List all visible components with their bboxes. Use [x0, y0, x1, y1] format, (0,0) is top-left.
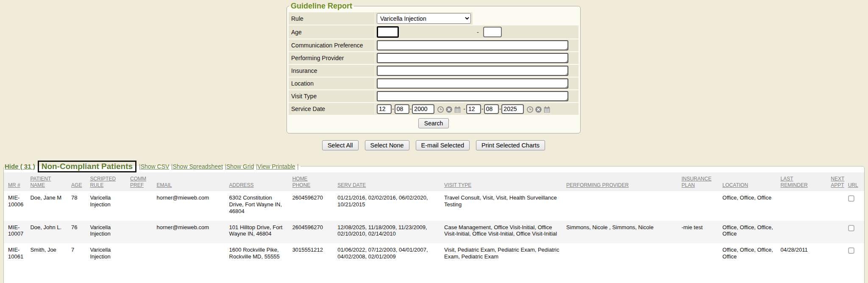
- view-printable-link[interactable]: View Printable: [257, 163, 295, 170]
- column-header-url[interactable]: URL: [848, 172, 864, 191]
- column-header-line: EMAIL: [156, 182, 224, 189]
- non-compliant-patients-section: Hide ( 31 ) Non-Compliant Patients |Show…: [3, 161, 865, 283]
- visit-type-input[interactable]: [377, 91, 568, 101]
- insurance-label: Insurance: [289, 65, 375, 77]
- column-header-next[interactable]: NEXTAPPT: [831, 172, 848, 191]
- print-selected-charts-button[interactable]: Print Selected Charts: [476, 140, 545, 150]
- select-patient-checkbox[interactable]: [848, 225, 854, 231]
- column-header-last[interactable]: LASTREMINDER: [781, 172, 831, 191]
- communication-preference-input[interactable]: [377, 40, 568, 50]
- column-header-visit[interactable]: VISIT TYPE: [444, 172, 566, 191]
- clear-icon[interactable]: [445, 106, 453, 113]
- patient-row: MIE-10006Doe, Jane M78Varicella Injectio…: [4, 191, 864, 221]
- column-header-comm[interactable]: COMMPREF: [130, 172, 156, 191]
- location-input[interactable]: [377, 78, 568, 89]
- column-header-line: ADDRESS: [229, 182, 287, 189]
- location-row: Location: [289, 78, 579, 89]
- column-header-name[interactable]: PATIENTNAME: [30, 172, 71, 191]
- insurance-row: Insurance: [289, 65, 579, 77]
- service-date-from-month-input[interactable]: [377, 104, 392, 114]
- visit-type-label: Visit Type: [289, 90, 375, 102]
- visit-type-row: Visit Type: [289, 90, 579, 102]
- cell-email: [156, 243, 229, 266]
- communication-preference-row: Communication Preference: [289, 39, 579, 51]
- cell-url: [848, 243, 864, 266]
- rule-row-filler: [473, 12, 579, 25]
- column-header-line: NEXT: [831, 176, 843, 183]
- search-button[interactable]: Search: [418, 118, 449, 128]
- age-from-input[interactable]: [377, 26, 399, 38]
- date-dash: -: [392, 105, 394, 112]
- email-selected-button[interactable]: E-mail Selected: [416, 140, 470, 150]
- cell-location: Office, Office, Office: [723, 191, 781, 221]
- cell-email: horner@mieweb.com: [156, 221, 229, 244]
- show-grid-link[interactable]: Show Grid: [226, 163, 254, 170]
- show-csv-link[interactable]: Show CSV: [141, 163, 170, 170]
- column-header-rule[interactable]: SCRIPTEDRULE: [90, 172, 130, 191]
- cell-age: 78: [71, 191, 90, 221]
- date-dash: -: [410, 105, 412, 112]
- column-header-serv[interactable]: SERV DATE: [337, 172, 444, 191]
- performing-provider-input[interactable]: [377, 53, 568, 63]
- hide-count-link[interactable]: Hide ( 31 ): [5, 163, 35, 170]
- age-row: Age -: [289, 25, 579, 39]
- column-header-provider[interactable]: PERFORMING PROVIDER: [566, 172, 682, 191]
- select-all-button[interactable]: Select All: [322, 140, 359, 150]
- column-header-mr[interactable]: MR #: [4, 172, 30, 191]
- cell-insurance: [682, 191, 723, 221]
- search-row: Search: [289, 116, 579, 130]
- column-header-line: PREF: [130, 182, 151, 189]
- service-date-to-year-input[interactable]: [501, 104, 524, 114]
- service-date-from-day-input[interactable]: [395, 104, 409, 114]
- clock-icon[interactable]: [437, 106, 444, 113]
- insurance-input[interactable]: [377, 66, 568, 76]
- performing-provider-row: Performing Provider: [289, 52, 579, 64]
- show-spreadsheet-link[interactable]: Show Spreadsheet: [172, 163, 223, 170]
- patient-row: MIE-10061Smith, Joe7Varicella Injection1…: [4, 243, 864, 266]
- age-to-input[interactable]: [483, 27, 502, 37]
- select-none-button[interactable]: Select None: [365, 140, 409, 150]
- column-header-insurance[interactable]: INSURANCEPLAN: [682, 172, 723, 191]
- patient-row: MIE-10007Doe, John L.76Varicella Injecti…: [4, 221, 864, 244]
- column-header-line: PLAN: [682, 182, 718, 189]
- select-patient-checkbox[interactable]: [848, 195, 854, 202]
- column-header-line: MR #: [8, 182, 25, 189]
- service-date-from-year-input[interactable]: [412, 104, 434, 114]
- column-header-age[interactable]: AGE: [71, 172, 90, 191]
- calendar-icon[interactable]: [543, 106, 551, 113]
- cell-visit: Case Management, Office Visit-Initial, O…: [444, 221, 566, 244]
- date-dash: -: [499, 105, 501, 112]
- service-date-to-day-input[interactable]: [484, 104, 499, 114]
- cell-age: 7: [71, 243, 90, 266]
- column-header-email[interactable]: EMAIL: [156, 172, 229, 191]
- column-header-location[interactable]: LOCATION: [723, 172, 781, 191]
- date-dash: -: [481, 105, 484, 112]
- cell-name: Doe, Jane M: [30, 191, 71, 221]
- column-header-line: REMINDER: [781, 182, 826, 189]
- cell-comm: [130, 191, 156, 221]
- calendar-icon[interactable]: [454, 106, 461, 113]
- service-date-to-month-input[interactable]: [466, 104, 481, 114]
- service-date-to-icons: [526, 106, 551, 113]
- column-header-line: LOCATION: [723, 182, 776, 189]
- cell-serv: 01/21/2016, 02/02/2016, 06/02/2020, 10/2…: [337, 191, 444, 221]
- column-header-line: APPT: [831, 182, 843, 189]
- rule-select[interactable]: Varicella Injection: [377, 13, 471, 24]
- patients-view-links: |Show CSV |Show Spreadsheet |Show Grid |…: [139, 163, 299, 170]
- column-header-phone[interactable]: HOMEPHONE: [292, 172, 338, 191]
- cell-phone: 3015551212: [292, 243, 338, 266]
- cell-rule: Varicella Injection: [90, 191, 130, 221]
- clock-icon[interactable]: [526, 106, 534, 113]
- guideline-report-form: Guideline Report Rule Varicella Injectio…: [287, 2, 581, 133]
- patients-table-header-row: MR #PATIENTNAMEAGESCRIPTEDRULECOMMPREFEM…: [4, 172, 864, 191]
- cell-visit: Travel Consult, Visit, Visit, Health Sur…: [444, 191, 566, 221]
- cell-address: 6302 Constitution Drive, Fort Wayne IN, …: [229, 191, 292, 221]
- service-date-range-dash: -: [463, 105, 465, 112]
- column-header-address[interactable]: ADDRESS: [229, 172, 292, 191]
- select-patient-checkbox[interactable]: [848, 247, 854, 254]
- cell-location: Office, Office, Office, Office: [723, 221, 781, 244]
- cell-provider: Simmons, Nicole , Simmons, Nicole: [566, 221, 682, 244]
- service-date-from-icons: [437, 106, 461, 113]
- clear-icon[interactable]: [535, 106, 542, 113]
- cell-next: [831, 221, 848, 244]
